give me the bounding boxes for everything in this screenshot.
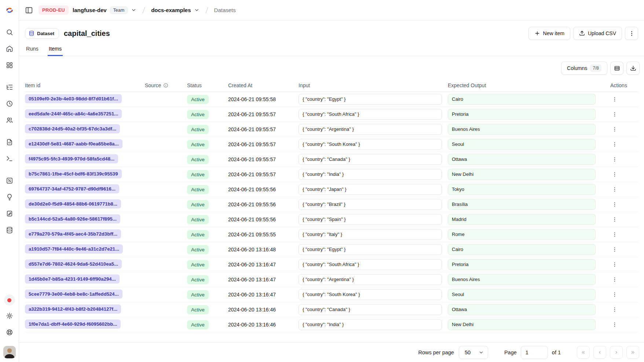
expected-output-value: Seoul (448, 139, 596, 150)
sidebar-item-support[interactable] (3, 327, 16, 337)
row-actions-button[interactable] (610, 155, 619, 164)
new-item-button[interactable]: New item (528, 27, 570, 40)
table-row: 69764737-34af-4752-9787-d90df9616... Act… (25, 182, 638, 197)
item-id-link[interactable]: e779a270-579a-4f45-aec4-35b72d3bff... (25, 229, 121, 239)
sidebar-item-prompts[interactable] (3, 137, 16, 147)
breadcrumb-separator-icon (204, 6, 210, 14)
row-actions-button[interactable] (610, 290, 619, 299)
page-more-menu-button[interactable] (625, 27, 638, 40)
actions-cell (601, 125, 638, 134)
sidebar-item-annotation[interactable] (3, 208, 16, 219)
row-actions-button[interactable] (610, 95, 619, 104)
sidebar-item-insights[interactable] (3, 192, 16, 202)
sidebar-item-sessions[interactable] (3, 99, 16, 109)
item-id-link[interactable]: 5cee7779-3e00-4eb8-be8c-1affedd524... (25, 289, 122, 299)
database-icon (29, 30, 34, 36)
row-actions-button[interactable] (610, 320, 619, 329)
sidebar-item-home[interactable] (3, 44, 16, 54)
export-button[interactable] (626, 62, 640, 75)
item-id-link[interactable]: b5c144cd-52a5-4a80-926e-58617f895... (25, 214, 120, 224)
status-badge: Active (187, 95, 209, 104)
created-at-cell: 2024-06-21 09:55:56 (228, 186, 299, 192)
sidebar-item-playground[interactable] (3, 154, 16, 164)
input-cell: { "country": "South Africa" } (299, 109, 448, 120)
row-actions-button[interactable] (610, 125, 619, 134)
sidebar-item-users[interactable] (3, 115, 16, 125)
first-page-button[interactable]: « (577, 346, 590, 359)
item-id-link[interactable]: e12430df-5e81-4687-aabb-f0ea65be8a... (25, 139, 122, 148)
row-actions-button[interactable] (610, 275, 619, 284)
next-page-button[interactable]: › (610, 346, 623, 359)
row-actions-button[interactable] (610, 245, 619, 254)
ellipsis-vertical-icon (612, 126, 618, 132)
langfuse-logo[interactable] (6, 0, 14, 21)
expected-output-cell: Brasília (448, 199, 601, 210)
org-selector[interactable]: langfuse-dev Team (73, 6, 136, 14)
item-id-link[interactable]: 69764737-34af-4752-9787-d90df9616... (25, 184, 119, 193)
expected-output-cell: Madrid (448, 214, 601, 225)
ellipsis-vertical-icon (612, 96, 618, 102)
sidebar-toggle-button[interactable] (25, 6, 33, 14)
table-row: c702838d-24d5-40a2-bf35-67dc3a3df... Act… (25, 122, 638, 137)
row-height-button[interactable] (610, 62, 623, 75)
expected-output-cell: Tokyo (448, 184, 601, 195)
item-id-link[interactable]: 05109ef0-2e3b-4e03-98dd-8f7d01b61f... (25, 94, 122, 103)
input-value: { "country": "Brazil" } (299, 199, 442, 210)
row-actions-button[interactable] (610, 140, 619, 149)
row-actions-button[interactable] (610, 185, 619, 194)
item-id-link[interactable]: d557e7d6-7802-4624-9da6-52d410ea5... (25, 259, 122, 269)
item-id-link[interactable]: 1d45b0e7-b85a-4231-9149-6ff90a294... (25, 274, 120, 284)
table-row: a1910d57-7f84-440c-9e46-a31c2d7e21... Ac… (25, 242, 638, 257)
row-actions-button[interactable] (610, 305, 619, 314)
upload-csv-button[interactable]: Upload CSV (573, 27, 622, 40)
gear-icon (6, 312, 13, 319)
row-actions-button[interactable] (610, 230, 619, 239)
item-id-link[interactable]: eed5dafe-244f-465c-a84c-4a6e357251... (25, 109, 122, 118)
user-avatar[interactable] (3, 346, 16, 358)
sidebar-item-tracing[interactable] (3, 82, 16, 92)
rows-per-page-label: Rows per page (418, 350, 454, 355)
item-id-link[interactable]: a1910d57-7f84-440c-9e46-a31c2d7e21... (25, 244, 123, 254)
sidebar-item-settings[interactable] (3, 311, 16, 321)
info-icon[interactable] (163, 83, 168, 88)
ellipsis-vertical-icon (612, 186, 618, 192)
sidebar-item-evaluation[interactable] (3, 176, 16, 186)
row-actions-button[interactable] (610, 260, 619, 269)
sidebar-item-search[interactable] (3, 27, 16, 37)
sidebar-item-dashboards[interactable] (3, 60, 16, 70)
input-value: { "country": "South Africa" } (299, 259, 442, 270)
page-number-input[interactable] (521, 346, 548, 359)
expected-output-cell: Ottawa (448, 154, 601, 165)
item-id-link[interactable]: f4975c95-5fc3-4939-970d-58fa5cd48... (25, 154, 118, 163)
status-indicator-button[interactable] (4, 295, 15, 306)
last-page-button[interactable]: » (626, 346, 639, 359)
rows-per-page-select[interactable]: 50 (459, 346, 488, 359)
item-id-cell: a322b319-9412-4f43-b8f2-b20484127f... (25, 304, 145, 315)
tab-runs[interactable]: Runs (26, 46, 39, 56)
item-id-link[interactable]: a322b319-9412-4f43-b8f2-b20484127f... (25, 304, 121, 314)
row-actions-button[interactable] (610, 215, 619, 224)
expected-output-value: Brasília (448, 199, 596, 210)
tab-items[interactable]: Items (48, 46, 62, 56)
sidebar-item-datasets[interactable] (3, 225, 16, 235)
expected-output-cell: Cairo (448, 94, 601, 105)
columns-button[interactable]: Columns 7/8 (561, 62, 607, 75)
prev-page-button[interactable]: ‹ (593, 346, 606, 359)
table-toolbar: Columns 7/8 (19, 56, 644, 79)
input-value: { "country": "Italy" } (299, 229, 442, 240)
row-actions-button[interactable] (610, 110, 619, 119)
input-value: { "country": "Canada" } (299, 154, 442, 165)
input-value: { "country": "Argentina" } (299, 124, 442, 135)
item-id-link[interactable]: de30d2e0-f5d9-4854-88b6-0619771b8... (25, 199, 121, 208)
actions-cell (601, 95, 638, 104)
item-id-link[interactable]: c702838d-24d5-40a2-bf35-67dc3a3df... (25, 124, 120, 133)
item-id-link[interactable]: b75c7861-1fbe-45cf-bdf6-83f139c95539 (25, 169, 122, 178)
project-selector[interactable]: docs-examples (151, 7, 199, 13)
sidebar (0, 0, 19, 362)
item-id-cell: de30d2e0-f5d9-4854-88b6-0619771b8... (25, 199, 145, 210)
item-id-link[interactable]: 1f0e7da1-dbff-4e60-929d-f6095602bb... (25, 319, 121, 329)
row-actions-button[interactable] (610, 200, 619, 209)
breadcrumb-datasets-link[interactable]: Datasets (214, 7, 236, 13)
row-actions-button[interactable] (610, 170, 619, 179)
status-cell: Active (187, 320, 228, 329)
